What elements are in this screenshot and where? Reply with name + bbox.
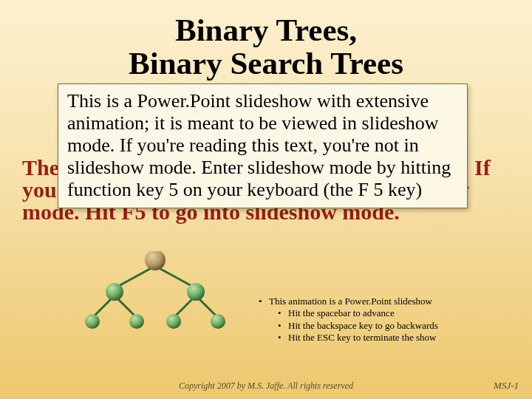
slideshow-warning-text: This is a Power.Point slideshow with ext…: [67, 90, 458, 200]
slide-title: Binary Trees, Binary Search Trees: [0, 13, 532, 80]
instruction-bullets: This animation is a Power.Point slidesho…: [259, 296, 517, 344]
page-number: MSJ-1: [494, 380, 519, 392]
svg-line-0: [115, 266, 155, 288]
footer-copyright: Copyright 2007 by M.S. Jaffe. All rights…: [0, 381, 532, 392]
slideshow-warning-box: This is a Power.Point slideshow with ext…: [58, 83, 468, 208]
svg-point-7: [106, 283, 123, 301]
svg-point-12: [211, 314, 225, 329]
bullet-main: This animation is a Power.Point slidesho…: [259, 296, 517, 307]
svg-point-6: [145, 251, 166, 270]
svg-point-8: [187, 283, 205, 301]
bullet-sub-1: Hit the spacebar to advance: [259, 307, 517, 319]
svg-point-9: [85, 314, 100, 329]
title-line-1: Binary Trees,: [0, 13, 532, 47]
bullet-sub-2: Hit the backspace key to go backwards: [259, 320, 517, 332]
bullet-sub-3: Hit the ESC key to terminate the show: [259, 332, 517, 344]
svg-point-10: [129, 314, 144, 329]
svg-line-1: [155, 266, 196, 288]
tree-graphic: [70, 251, 240, 336]
svg-point-11: [166, 314, 181, 329]
title-line-2: Binary Search Trees: [0, 47, 532, 80]
